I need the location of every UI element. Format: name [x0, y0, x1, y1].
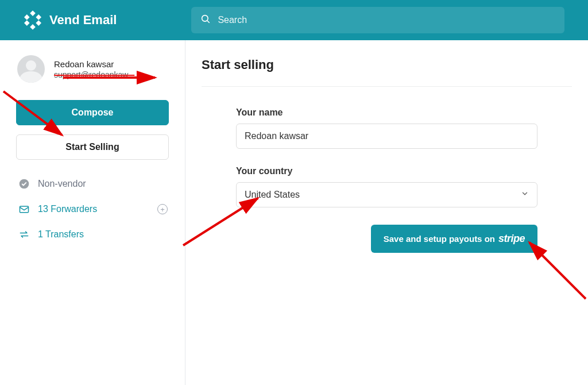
nav-label: 13 Forwarders [38, 204, 97, 214]
search-icon [200, 14, 211, 26]
profile-email: support@redoankaw... [54, 70, 134, 79]
name-label: Your name [236, 107, 537, 118]
transfer-icon [18, 229, 30, 240]
svg-rect-5 [24, 14, 30, 20]
brand-logo[interactable]: Vend Email [23, 10, 117, 30]
svg-point-6 [202, 16, 208, 22]
app-header: Vend Email [0, 0, 588, 40]
save-button-text: Save and setup payouts on [384, 234, 495, 244]
sidebar: Redoan kawsar support@redoankaw... Compo… [0, 40, 185, 385]
svg-rect-2 [36, 20, 41, 26]
country-label: Your country [236, 166, 537, 176]
add-forwarder-icon[interactable]: + [157, 204, 168, 214]
nav-non-vendor[interactable]: Non-vendor [16, 171, 169, 197]
nav-label: 1 Transfers [38, 229, 84, 240]
start-selling-form: Your name Your country United States Sav… [202, 87, 572, 207]
check-badge-icon [18, 178, 30, 190]
svg-rect-0 [30, 10, 36, 16]
svg-rect-3 [30, 24, 36, 30]
name-field: Your name [236, 107, 537, 149]
main-panel: Start selling Your name Your country Uni… [185, 40, 588, 385]
profile-name: Redoan kawsar [54, 59, 134, 69]
start-selling-button[interactable]: Start Selling [16, 134, 169, 160]
profile-block[interactable]: Redoan kawsar support@redoankaw... [16, 52, 169, 100]
content-area: Redoan kawsar support@redoankaw... Compo… [0, 40, 588, 385]
nav-transfers[interactable]: 1 Transfers [16, 222, 169, 247]
compose-button[interactable]: Compose [16, 100, 169, 125]
save-setup-payouts-button[interactable]: Save and setup payouts on stripe [371, 225, 537, 253]
country-field: Your country United States [236, 166, 537, 207]
country-select[interactable]: United States [236, 182, 537, 207]
name-input[interactable] [236, 124, 537, 149]
mail-icon [18, 203, 30, 215]
profile-info: Redoan kawsar support@redoankaw... [54, 59, 134, 79]
brand-name: Vend Email [49, 13, 117, 28]
logo-icon [23, 10, 42, 30]
svg-rect-1 [36, 14, 41, 20]
avatar [17, 55, 45, 83]
svg-line-7 [207, 21, 210, 23]
nav-list: Non-vendor 13 Forwarders + 1 Transfers [16, 171, 169, 247]
search-container [191, 7, 564, 33]
nav-label: Non-vendor [38, 179, 86, 189]
svg-rect-9 [20, 206, 29, 213]
svg-rect-4 [24, 20, 30, 26]
chevron-down-icon [521, 190, 529, 200]
country-value: United States [245, 190, 300, 200]
search-input[interactable] [218, 15, 555, 25]
search-box[interactable] [191, 7, 564, 33]
nav-forwarders[interactable]: 13 Forwarders + [16, 197, 169, 222]
page-title: Start selling [202, 57, 572, 87]
stripe-logo-text: stripe [498, 233, 525, 245]
